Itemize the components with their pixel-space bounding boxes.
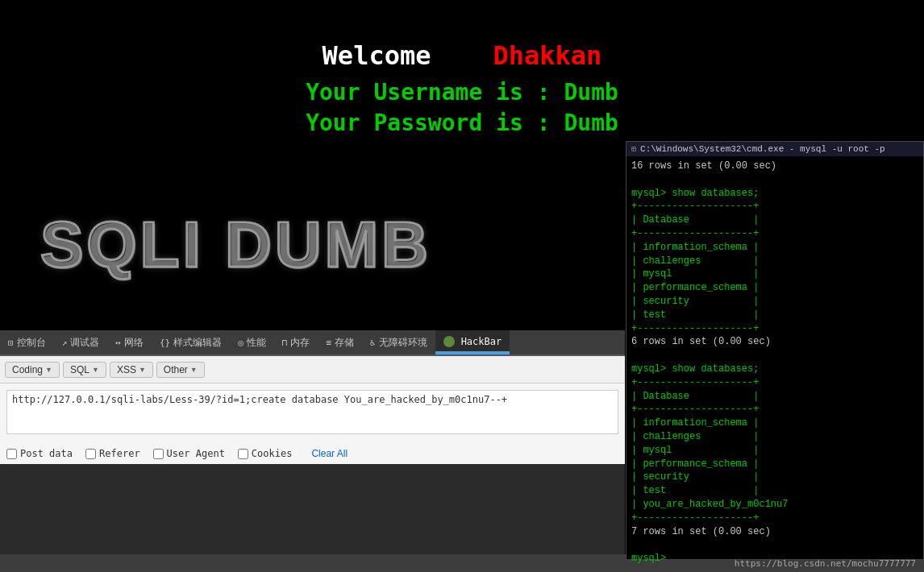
sqli-dumb-watermark: SQLI DUMB (40, 208, 431, 282)
cmd-line-prompt2: mysql> show databases; (631, 363, 918, 376)
xss-button[interactable]: XSS ▼ (110, 362, 153, 378)
referer-checkbox[interactable] (85, 449, 96, 459)
console-icon: ⊡ (8, 338, 14, 348)
devtools-tabs: ⊡ 控制台 ↗ 调试器 ↔ 网络 {} 样式编辑器 ◎ 性能 ⊓ 内存 ≡ 存储… (0, 330, 625, 356)
xss-arrow-icon: ▼ (139, 366, 146, 374)
referer-checkbox-item[interactable]: Referer (85, 448, 140, 459)
cmd-line-sep6: +--------------------+ (631, 512, 918, 525)
top-section: Welcome Dhakkan Your Username is : Dumb … (0, 0, 924, 330)
tab-hackbar-label: HackBar (461, 336, 502, 347)
cmd-icon: ⊞ (631, 144, 636, 154)
cmd-line-rows1: 16 rows in set (0.00 sec) (631, 160, 918, 173)
coding-label: Coding (12, 364, 43, 375)
sql-button[interactable]: SQL ▼ (63, 362, 106, 378)
xss-label: XSS (117, 364, 136, 375)
cmd-line-header2: | Database | (631, 390, 918, 404)
cmd-line-sep1: +--------------------+ (631, 200, 918, 213)
tab-storage[interactable]: ≡ 存储 (318, 330, 362, 354)
cmd-line-db6: | test | (631, 309, 918, 322)
tab-accessibility[interactable]: ♿ 无障碍环境 (362, 330, 435, 354)
cmd-title: C:\Windows\System32\cmd.exe - mysql -u r… (640, 144, 885, 154)
cmd-line-db2: | challenges | (631, 255, 918, 268)
tab-network-label: 网络 (124, 336, 144, 350)
post-data-checkbox-item[interactable]: Post data (6, 448, 73, 459)
tab-console[interactable]: ⊡ 控制台 (0, 330, 54, 354)
post-data-label: Post data (20, 448, 73, 459)
welcome-line1: Welcome Dhakkan (306, 40, 618, 71)
hackbar-toolbar: Coding ▼ SQL ▼ XSS ▼ Other ▼ (0, 356, 625, 383)
tab-storage-label: 存储 (335, 336, 354, 350)
cmd-line-sep4: +--------------------+ (631, 376, 918, 390)
cmd-line-db9: | mysql | (631, 444, 918, 458)
cmd-line-sep2: +--------------------+ (631, 227, 918, 241)
cmd-line-sep5: +--------------------+ (631, 403, 918, 417)
cmd-line-db10: | performance_schema | (631, 458, 918, 471)
url-input[interactable] (6, 390, 618, 434)
user-agent-checkbox[interactable] (153, 449, 164, 459)
clear-all-button[interactable]: Clear All (311, 448, 348, 459)
welcome-name: Dhakkan (493, 40, 602, 71)
cmd-line-prompt1: mysql> show databases; (631, 187, 918, 201)
style-icon: {} (160, 338, 170, 348)
cmd-line-db1: | information_schema | (631, 241, 918, 255)
memory-icon: ⊓ (282, 338, 288, 348)
cmd-line-prompt3: mysql> (631, 552, 918, 566)
accessibility-icon: ♿ (370, 338, 376, 348)
cmd-line-header1: | Database | (631, 213, 918, 227)
debugger-icon: ↗ (62, 338, 68, 348)
other-label: Other (164, 364, 188, 375)
cmd-line-db12: | test | (631, 484, 918, 498)
tab-perf-label: 性能 (247, 336, 266, 350)
tab-console-label: 控制台 (17, 336, 46, 350)
tab-debugger-label: 调试器 (70, 336, 99, 350)
welcome-line3: Your Password is : Dumb (306, 110, 618, 136)
tab-debugger[interactable]: ↗ 调试器 (54, 330, 108, 354)
cmd-line-db11: | security | (631, 470, 918, 484)
cmd-line-db8: | challenges | (631, 430, 918, 444)
other-button[interactable]: Other ▼ (156, 362, 205, 378)
cmd-line-rows3: 7 rows in set (0.00 sec) (631, 525, 918, 539)
referer-label: Referer (99, 448, 140, 459)
perf-icon: ◎ (238, 338, 243, 348)
tab-performance[interactable]: ◎ 性能 (230, 330, 274, 354)
other-arrow-icon: ▼ (190, 366, 198, 374)
sql-label: SQL (70, 364, 89, 375)
network-icon: ↔ (115, 338, 121, 348)
tab-accessibility-label: 无障碍环境 (379, 336, 427, 350)
tab-style-label: 样式编辑器 (173, 336, 222, 350)
cmd-line-rows2: 6 rows in set (0.00 sec) (631, 335, 918, 349)
cmd-line-db3: | mysql | (631, 267, 918, 281)
tab-memory-label: 内存 (290, 336, 310, 350)
cmd-line-sep3: +--------------------+ (631, 322, 918, 336)
coding-arrow-icon: ▼ (45, 366, 52, 374)
coding-button[interactable]: Coding ▼ (5, 362, 60, 378)
tab-style-editor[interactable]: {} 样式编辑器 (152, 330, 230, 354)
welcome-label: Welcome (323, 40, 431, 71)
cookies-checkbox[interactable] (238, 449, 248, 459)
cmd-line-db5: | security | (631, 295, 918, 309)
cookies-label: Cookies (252, 448, 293, 459)
welcome-line2: Your Username is : Dumb (306, 79, 618, 106)
user-agent-label: User Agent (167, 448, 225, 459)
cmd-line-db4: | performance_schema | (631, 281, 918, 295)
cmd-line-db7: | information_schema | (631, 417, 918, 430)
hackbar-dot-icon (443, 336, 455, 347)
tab-memory[interactable]: ⊓ 内存 (274, 330, 318, 354)
bottom-section: ⊡ 控制台 ↗ 调试器 ↔ 网络 {} 样式编辑器 ◎ 性能 ⊓ 内存 ≡ 存储… (0, 330, 625, 572)
welcome-text: Welcome Dhakkan Your Username is : Dumb … (306, 40, 618, 136)
cmd-window: ⊞ C:\Windows\System32\cmd.exe - mysql -u… (626, 141, 924, 560)
tab-hackbar[interactable]: HackBar (435, 330, 510, 354)
cmd-line-db13: | you_are_hacked_by_m0c1nu7 (631, 498, 918, 512)
sql-arrow-icon: ▼ (92, 366, 99, 374)
hackbar-input-area (0, 383, 625, 443)
storage-icon: ≡ (326, 338, 331, 348)
tab-network[interactable]: ↔ 网络 (107, 330, 152, 354)
user-agent-checkbox-item[interactable]: User Agent (153, 448, 225, 459)
hackbar-checkboxes: Post data Referer User Agent Cookies Cle… (0, 443, 625, 464)
cmd-titlebar: ⊞ C:\Windows\System32\cmd.exe - mysql -u… (626, 142, 923, 156)
cookies-checkbox-item[interactable]: Cookies (238, 448, 293, 459)
cmd-content: 16 rows in set (0.00 sec) mysql> show da… (626, 156, 923, 569)
post-data-checkbox[interactable] (6, 449, 17, 459)
